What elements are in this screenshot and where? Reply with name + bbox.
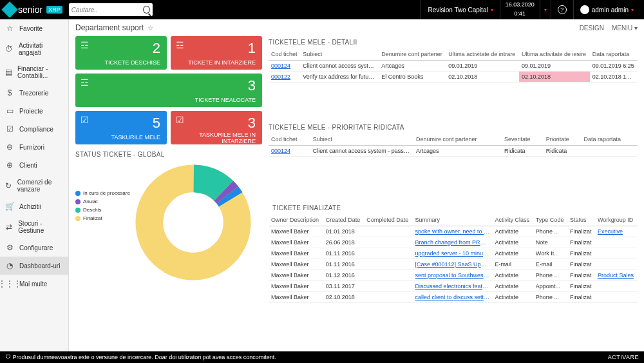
cell: 09.01.2019 6:25: [590, 61, 638, 72]
menu-button[interactable]: MENIU ▾: [612, 25, 638, 32]
summary-link[interactable]: called client to discuss setting up a US…: [413, 292, 493, 303]
table-row[interactable]: Maxwell Baker26.06.2018Branch changed fr…: [269, 237, 638, 248]
tile-icon: ☲: [80, 40, 89, 50]
cell: 09.01.2019: [446, 61, 519, 72]
chart-wrap: In curs de procesareAnulatDeschisFinaliz…: [75, 164, 262, 280]
summary-link[interactable]: Discussed electronics features and capab…: [413, 281, 493, 292]
tile-tickete-nealocate[interactable]: ☲3TICKETE NEALOCATE: [75, 74, 262, 107]
sidebar-item-configurare[interactable]: ⚙Configurare: [0, 239, 68, 257]
sidebar-item-comenzi-de-vanzare[interactable]: ↻Comenzi de vanzare: [0, 174, 68, 197]
table-row[interactable]: Maxwell Baker01.11.2016[Case #000112] Sa…: [269, 259, 638, 270]
sidebar-icon: ↻: [5, 181, 12, 190]
sidebar-item-favorite[interactable]: ☆Favorite: [0, 19, 68, 37]
column-header[interactable]: Owner Description: [269, 214, 323, 226]
search-box[interactable]: [69, 3, 153, 16]
summary-link[interactable]: spoke with owner, need to work on exclus…: [413, 226, 493, 237]
column-header[interactable]: Data raportata: [590, 48, 638, 61]
column-header[interactable]: Ultima activitate de intrare: [446, 48, 519, 61]
sidebar-item-proiecte[interactable]: ▭Proiecte: [0, 102, 68, 120]
column-header[interactable]: Workgroup ID: [595, 214, 638, 226]
finalized-section: TICKETE FINALIZATE Owner DescriptionCrea…: [269, 202, 638, 303]
column-header[interactable]: Ultima activitate de iesire: [519, 48, 590, 61]
cell: Finalizat: [567, 281, 595, 292]
sidebar-icon: ☑: [5, 124, 14, 133]
tile-tickete-deschise[interactable]: ☲2TICKETE DESCHISE: [75, 36, 167, 70]
summary-link[interactable]: sent proposal to Southwest food: [413, 270, 493, 281]
cell: [364, 248, 412, 259]
user-menu[interactable]: admin admin ▾: [573, 0, 640, 19]
summary-link[interactable]: upgraded server - 10 minute process: [413, 248, 493, 259]
ticket-id-link[interactable]: 000124: [269, 61, 300, 72]
column-header[interactable]: Cod tichet: [269, 48, 300, 61]
favorite-star-icon[interactable]: ☆: [147, 24, 154, 32]
tile-taskurile-mele-in-intarziere[interactable]: ☑3TASKURILE MELE IN INTARZIERE: [171, 111, 262, 144]
sidebar-item-financiar-contabili-[interactable]: ▤Financiar - Contabili...: [0, 61, 68, 84]
priority-section: TICKETELE MELE - PRIORITATE RIDICATA Cod…: [269, 121, 638, 157]
logo: senior XRP: [4, 4, 62, 15]
cell: [364, 292, 412, 303]
table-row[interactable]: Maxwell Baker01.01.2018spoke with owner,…: [269, 226, 638, 237]
column-header[interactable]: Status: [567, 214, 595, 226]
search-input[interactable]: [71, 6, 143, 14]
help-button[interactable]: ?: [551, 0, 573, 19]
column-header[interactable]: Severitate: [502, 133, 544, 146]
table-row[interactable]: 000124Client cannot access system - pass…: [269, 61, 638, 72]
cell: [364, 226, 412, 237]
table-row[interactable]: 000122Verify tax address for future orde…: [269, 72, 638, 83]
column-header[interactable]: Denumire cont partener: [413, 133, 502, 146]
datetime-chevron[interactable]: ▾: [540, 0, 551, 19]
design-button[interactable]: DESIGN: [580, 25, 604, 32]
sidebar-icon: ⇄: [5, 222, 13, 231]
column-header[interactable]: Prioritate: [544, 133, 582, 146]
table-row[interactable]: Maxwell Baker01.11.2016upgraded server -…: [269, 248, 638, 259]
ticket-id-link[interactable]: 000122: [269, 72, 300, 83]
summary-link[interactable]: [Case #000112] SaaS Upgrade requested: [413, 259, 493, 270]
sidebar-item-activitati-angajati[interactable]: ⏱Activitati angajati: [0, 37, 68, 61]
tile-taskurile-mele[interactable]: ☑5TASKURILE MELE: [75, 111, 167, 144]
sidebar-label: Configurare: [19, 244, 53, 251]
sidebar-item-achizitii[interactable]: 🛒Achizitii: [0, 197, 68, 215]
sidebar-item-mai-multe[interactable]: ⋮⋮⋮Mai multe: [0, 275, 68, 293]
sidebar-label: Stocuri - Gestiune: [18, 220, 63, 234]
column-header[interactable]: Cod tichet: [269, 133, 310, 146]
sidebar-item-trezorerie[interactable]: $Trezorerie: [0, 84, 68, 102]
table-row[interactable]: Maxwell Baker03.11.2017Discussed electro…: [269, 281, 638, 292]
sidebar-item-stocuri-gestiune[interactable]: ⇄Stocuri - Gestiune: [0, 215, 68, 239]
sidebar-item-dashboard-uri[interactable]: ◔Dashboard-uri: [0, 257, 68, 275]
date: 16.03.2020: [506, 2, 535, 8]
column-header[interactable]: Completed Date: [364, 214, 412, 226]
summary-link[interactable]: Branch changed from PRODWHOLE to P...: [413, 237, 493, 248]
column-header[interactable]: Data raportata: [581, 133, 638, 146]
table-row[interactable]: Maxwell Baker01.12.2016sent proposal to …: [269, 270, 638, 281]
column-header[interactable]: Summary: [413, 214, 493, 226]
sidebar-icon: ⚙: [5, 243, 14, 252]
legend-label: Deschis: [83, 207, 101, 213]
priority-title: TICKETELE MELE - PRIORITATE RIDICATA: [269, 124, 638, 131]
sidebar-item-furnizori[interactable]: ⊖Furnizori: [0, 138, 68, 156]
cell: 02.10.2018: [323, 292, 365, 303]
tile-tickete-in-intarziere[interactable]: ☲1TICKETE IN INTARZIERE: [171, 36, 262, 70]
legend-item: Anulat: [75, 199, 130, 204]
ticket-id-link[interactable]: 000124: [269, 146, 310, 157]
column-header[interactable]: Subiect: [300, 48, 379, 61]
column-header[interactable]: Subiect: [310, 133, 413, 146]
company-selector[interactable]: Revision Two Capital ▾: [421, 0, 499, 19]
dashboard-grid: ☲2TICKETE DESCHISE☲1TICKETE IN INTARZIER…: [75, 36, 638, 303]
sidebar-item-clienti[interactable]: ⊕Clienti: [0, 156, 68, 174]
workgroup-link[interactable]: Product Sales: [595, 270, 638, 281]
column-header[interactable]: Created Date: [323, 214, 365, 226]
table-row[interactable]: 000124Client cannot access system - pass…: [269, 146, 638, 157]
datetime[interactable]: 16.03.2020 0:41: [500, 0, 540, 19]
sidebar-icon: ☆: [5, 24, 14, 33]
column-header[interactable]: Type Code: [533, 214, 567, 226]
column-header[interactable]: Activity Class: [492, 214, 533, 226]
workgroup-link[interactable]: Executive: [595, 226, 638, 237]
table-row[interactable]: Maxwell Baker02.10.2018called client to …: [269, 292, 638, 303]
topbar: senior XRP Revision Two Capital ▾ 16.03.…: [0, 0, 644, 19]
search-icon[interactable]: [143, 6, 150, 14]
activate-button[interactable]: ACTIVARE: [608, 354, 639, 360]
cell: Activitate: [492, 292, 533, 303]
sidebar-label: Clienti: [19, 162, 37, 169]
sidebar-item-compliance[interactable]: ☑Compliance: [0, 120, 68, 138]
column-header[interactable]: Denumire cont partener: [379, 48, 446, 61]
